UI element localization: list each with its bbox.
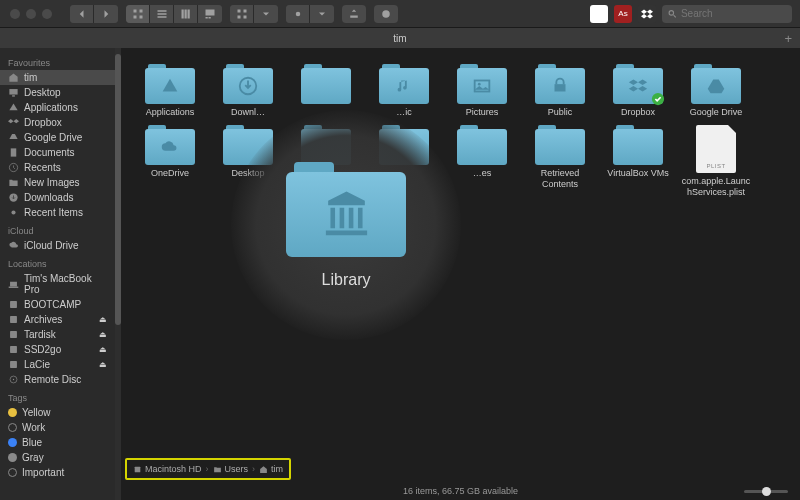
status-bar: 16 items, 66.75 GB available <box>121 482 800 500</box>
dropbox-menu-icon[interactable] <box>638 5 656 23</box>
close-window-button[interactable] <box>10 9 20 19</box>
path-segment[interactable]: Users <box>213 464 249 474</box>
path-bar[interactable]: Macintosh HD›Users›tim <box>125 458 291 480</box>
sidebar-item-tardisk[interactable]: Tardisk⏏ <box>0 327 115 342</box>
svg-rect-11 <box>206 17 208 19</box>
sidebar-item-yellow[interactable]: Yellow <box>0 405 115 420</box>
sidebar-item-tim[interactable]: tim <box>0 70 115 85</box>
svg-rect-20 <box>9 89 17 95</box>
folder-item[interactable] <box>289 64 363 117</box>
icon-view-button[interactable] <box>126 5 150 23</box>
folder-item[interactable]: VirtualBox VMs <box>601 125 675 197</box>
new-tab-button[interactable]: + <box>784 31 792 46</box>
back-button[interactable] <box>70 5 94 23</box>
sidebar-item-important[interactable]: Important <box>0 465 115 480</box>
svg-rect-40 <box>135 466 141 472</box>
onedrive-menu-icon[interactable]: ☁ <box>590 5 608 23</box>
sidebar-item-lacie[interactable]: LaCie⏏ <box>0 357 115 372</box>
svg-rect-3 <box>139 15 142 18</box>
arrange-button[interactable] <box>230 5 254 23</box>
sidebar-item-desktop[interactable]: Desktop <box>0 85 115 100</box>
column-view-button[interactable] <box>174 5 198 23</box>
folder-item[interactable]: Applications <box>133 64 207 117</box>
sidebar-item-recent-items[interactable]: Recent Items <box>0 205 115 220</box>
forward-button[interactable] <box>94 5 118 23</box>
home-icon <box>8 72 19 83</box>
svg-rect-12 <box>209 17 211 19</box>
folder-icon <box>535 125 585 165</box>
item-label: D… <box>318 168 334 178</box>
sidebar-item-ssd2go[interactable]: SSD2go⏏ <box>0 342 115 357</box>
eject-icon[interactable]: ⏏ <box>99 345 107 354</box>
icon-size-slider[interactable] <box>744 490 788 493</box>
sidebar-item-new-images[interactable]: New Images <box>0 175 115 190</box>
sidebar-item-archives[interactable]: Archives⏏ <box>0 312 115 327</box>
arrange-group <box>230 5 278 23</box>
sidebar-item-gray[interactable]: Gray <box>0 450 115 465</box>
folder-item[interactable]: Pictures <box>445 64 519 117</box>
sidebar-item-label: Documents <box>24 147 75 158</box>
sidebar-item-google-drive[interactable]: Google Drive <box>0 130 115 145</box>
sidebar-item-icloud-drive[interactable]: iCloud Drive <box>0 238 115 253</box>
list-view-button[interactable] <box>150 5 174 23</box>
folder-item[interactable]: Public <box>523 64 597 117</box>
sidebar: FavouritestimDesktopApplicationsDropboxG… <box>0 48 115 500</box>
folder-item[interactable]: Desktop <box>211 125 285 197</box>
folder-item[interactable]: Retrieved Contents <box>523 125 597 197</box>
tags-button[interactable] <box>374 5 398 23</box>
svg-rect-16 <box>243 15 246 18</box>
sidebar-section-title: Tags <box>0 387 115 405</box>
svg-rect-9 <box>187 9 189 18</box>
sidebar-item-label: Work <box>22 422 45 433</box>
sidebar-item-applications[interactable]: Applications <box>0 100 115 115</box>
sidebar-item-remote-disc[interactable]: Remote Disc <box>0 372 115 387</box>
icon-grid[interactable]: ApplicationsDownl……icPicturesPublicDropb… <box>121 48 800 458</box>
svg-rect-2 <box>133 15 136 18</box>
folder-icon <box>8 177 19 188</box>
gallery-view-button[interactable] <box>198 5 222 23</box>
share-button[interactable] <box>342 5 366 23</box>
eject-icon[interactable]: ⏏ <box>99 315 107 324</box>
search-icon <box>668 9 677 19</box>
app-badge-icon[interactable]: As <box>614 5 632 23</box>
folder-item[interactable] <box>367 125 441 197</box>
minimize-window-button[interactable] <box>26 9 36 19</box>
zoom-window-button[interactable] <box>42 9 52 19</box>
eject-icon[interactable]: ⏏ <box>99 330 107 339</box>
action-button[interactable] <box>286 5 310 23</box>
folder-item[interactable]: …ic <box>367 64 441 117</box>
folder-item[interactable]: Dropbox <box>601 64 675 117</box>
path-segment[interactable]: tim <box>259 464 283 474</box>
arrange-chevron[interactable] <box>254 5 278 23</box>
item-label: Google Drive <box>690 107 743 117</box>
action-chevron[interactable] <box>310 5 334 23</box>
sidebar-item-bootcamp[interactable]: BOOTCAMP <box>0 297 115 312</box>
sidebar-item-tim-s-macbook-pro[interactable]: Tim's MacBook Pro <box>0 271 115 297</box>
folder-icon <box>223 64 273 104</box>
sidebar-item-documents[interactable]: Documents <box>0 145 115 160</box>
sidebar-item-work[interactable]: Work <box>0 420 115 435</box>
folder-item[interactable]: OneDrive <box>133 125 207 197</box>
eject-icon[interactable]: ⏏ <box>99 360 107 369</box>
folder-item[interactable]: Google Drive <box>679 64 753 117</box>
search-input[interactable] <box>681 8 786 19</box>
sidebar-item-label: Downloads <box>24 192 73 203</box>
action-group <box>286 5 334 23</box>
sidebar-item-label: Tardisk <box>24 329 56 340</box>
search-field[interactable] <box>662 5 792 23</box>
sidebar-item-blue[interactable]: Blue <box>0 435 115 450</box>
path-segment[interactable]: Macintosh HD <box>133 464 202 474</box>
sidebar-item-label: Archives <box>24 314 62 325</box>
file-item[interactable]: PLISTcom.apple.LaunchServices.plist <box>679 125 753 197</box>
path-label: tim <box>271 464 283 474</box>
sidebar-item-recents[interactable]: Recents <box>0 160 115 175</box>
sidebar-item-downloads[interactable]: Downloads <box>0 190 115 205</box>
tab-title[interactable]: tim <box>393 33 406 44</box>
folder-item[interactable]: …es <box>445 125 519 197</box>
sidebar-item-dropbox[interactable]: Dropbox <box>0 115 115 130</box>
disk-icon <box>8 314 19 325</box>
folder-item[interactable]: D… <box>289 125 363 197</box>
downloads-icon <box>8 192 19 203</box>
folder-item[interactable]: Downl… <box>211 64 285 117</box>
sidebar-item-label: Recents <box>24 162 61 173</box>
